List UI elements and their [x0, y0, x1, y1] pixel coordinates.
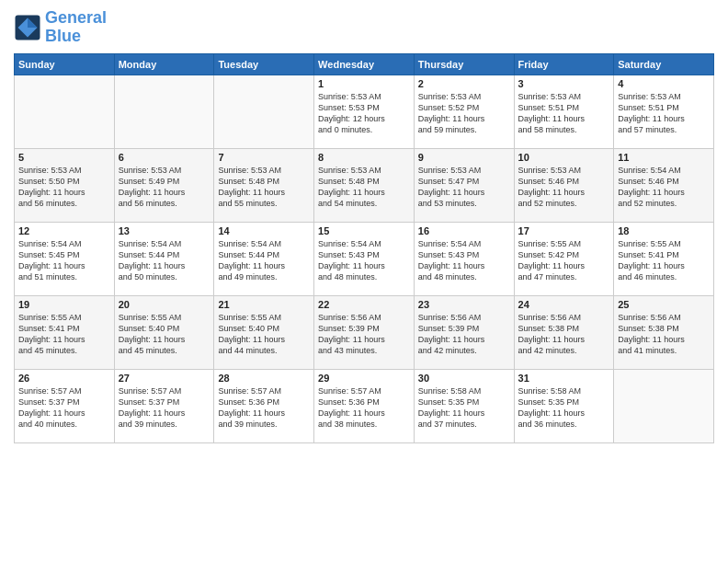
calendar-table: SundayMondayTuesdayWednesdayThursdayFrid…	[14, 53, 714, 443]
day-number: 4	[618, 78, 710, 89]
cell-content: Sunrise: 5:57 AM Sunset: 5:36 PM Dayligh…	[318, 385, 410, 431]
calendar-cell: 9Sunrise: 5:53 AM Sunset: 5:47 PM Daylig…	[414, 148, 514, 222]
calendar-cell: 26Sunrise: 5:57 AM Sunset: 5:37 PM Dayli…	[15, 369, 115, 442]
calendar-cell: 6Sunrise: 5:53 AM Sunset: 5:49 PM Daylig…	[114, 148, 214, 222]
cell-content: Sunrise: 5:53 AM Sunset: 5:51 PM Dayligh…	[618, 91, 710, 136]
cell-content: Sunrise: 5:56 AM Sunset: 5:38 PM Dayligh…	[518, 312, 610, 357]
day-number: 20	[119, 299, 210, 310]
cell-content: Sunrise: 5:53 AM Sunset: 5:48 PM Dayligh…	[218, 165, 310, 210]
week-row-3: 19Sunrise: 5:55 AM Sunset: 5:41 PM Dayli…	[15, 295, 714, 369]
weekday-header-wednesday: Wednesday	[314, 53, 415, 75]
calendar-cell: 17Sunrise: 5:55 AM Sunset: 5:42 PM Dayli…	[514, 222, 614, 295]
calendar-cell: 12Sunrise: 5:54 AM Sunset: 5:45 PM Dayli…	[15, 222, 115, 295]
day-number: 7	[218, 152, 310, 163]
header: General Blue	[14, 9, 714, 46]
calendar-cell: 18Sunrise: 5:55 AM Sunset: 5:41 PM Dayli…	[614, 222, 714, 295]
day-number: 23	[418, 299, 510, 310]
calendar-cell: 21Sunrise: 5:55 AM Sunset: 5:40 PM Dayli…	[214, 295, 314, 369]
week-row-0: 1Sunrise: 5:53 AM Sunset: 5:53 PM Daylig…	[15, 75, 714, 148]
calendar-cell: 20Sunrise: 5:55 AM Sunset: 5:40 PM Dayli…	[114, 295, 214, 369]
day-number: 11	[618, 152, 710, 163]
weekday-header-tuesday: Tuesday	[214, 53, 314, 75]
calendar-cell: 13Sunrise: 5:54 AM Sunset: 5:44 PM Dayli…	[114, 222, 214, 295]
day-number: 24	[518, 299, 610, 310]
calendar-cell: 29Sunrise: 5:57 AM Sunset: 5:36 PM Dayli…	[314, 369, 415, 442]
cell-content: Sunrise: 5:53 AM Sunset: 5:49 PM Dayligh…	[119, 165, 210, 210]
weekday-header-monday: Monday	[114, 53, 214, 75]
cell-content: Sunrise: 5:58 AM Sunset: 5:35 PM Dayligh…	[518, 385, 610, 431]
day-number: 10	[518, 152, 610, 163]
cell-content: Sunrise: 5:57 AM Sunset: 5:36 PM Dayligh…	[218, 385, 310, 431]
calendar-cell: 3Sunrise: 5:53 AM Sunset: 5:51 PM Daylig…	[514, 75, 614, 148]
day-number: 15	[318, 225, 410, 236]
day-number: 17	[518, 225, 610, 236]
weekday-header-saturday: Saturday	[614, 53, 714, 75]
weekday-header-row: SundayMondayTuesdayWednesdayThursdayFrid…	[15, 53, 714, 75]
calendar-cell: 25Sunrise: 5:56 AM Sunset: 5:38 PM Dayli…	[614, 295, 714, 369]
cell-content: Sunrise: 5:57 AM Sunset: 5:37 PM Dayligh…	[119, 385, 210, 431]
cell-content: Sunrise: 5:53 AM Sunset: 5:52 PM Dayligh…	[418, 91, 510, 136]
calendar-cell: 24Sunrise: 5:56 AM Sunset: 5:38 PM Dayli…	[514, 295, 614, 369]
day-number: 8	[318, 152, 410, 163]
day-number: 30	[418, 373, 510, 384]
calendar-cell: 19Sunrise: 5:55 AM Sunset: 5:41 PM Dayli…	[15, 295, 115, 369]
weekday-header-friday: Friday	[514, 53, 614, 75]
calendar-cell: 30Sunrise: 5:58 AM Sunset: 5:35 PM Dayli…	[414, 369, 514, 442]
calendar-cell	[114, 75, 214, 148]
calendar-cell: 10Sunrise: 5:53 AM Sunset: 5:46 PM Dayli…	[514, 148, 614, 222]
cell-content: Sunrise: 5:54 AM Sunset: 5:43 PM Dayligh…	[318, 238, 410, 283]
cell-content: Sunrise: 5:53 AM Sunset: 5:46 PM Dayligh…	[518, 165, 610, 210]
day-number: 26	[18, 373, 110, 384]
calendar-cell: 2Sunrise: 5:53 AM Sunset: 5:52 PM Daylig…	[414, 75, 514, 148]
calendar-cell: 4Sunrise: 5:53 AM Sunset: 5:51 PM Daylig…	[614, 75, 714, 148]
week-row-4: 26Sunrise: 5:57 AM Sunset: 5:37 PM Dayli…	[15, 369, 714, 442]
calendar-cell: 7Sunrise: 5:53 AM Sunset: 5:48 PM Daylig…	[214, 148, 314, 222]
cell-content: Sunrise: 5:57 AM Sunset: 5:37 PM Dayligh…	[18, 385, 110, 431]
cell-content: Sunrise: 5:56 AM Sunset: 5:39 PM Dayligh…	[418, 312, 510, 357]
cell-content: Sunrise: 5:55 AM Sunset: 5:40 PM Dayligh…	[218, 312, 310, 357]
logo-icon	[14, 14, 41, 41]
day-number: 12	[18, 225, 110, 236]
day-number: 1	[318, 78, 410, 89]
calendar-cell: 28Sunrise: 5:57 AM Sunset: 5:36 PM Dayli…	[214, 369, 314, 442]
day-number: 6	[119, 152, 210, 163]
logo-text: General Blue	[45, 9, 107, 46]
cell-content: Sunrise: 5:55 AM Sunset: 5:40 PM Dayligh…	[119, 312, 210, 357]
calendar-cell	[614, 369, 714, 442]
cell-content: Sunrise: 5:55 AM Sunset: 5:42 PM Dayligh…	[518, 238, 610, 283]
calendar-cell: 8Sunrise: 5:53 AM Sunset: 5:48 PM Daylig…	[314, 148, 415, 222]
day-number: 19	[18, 299, 110, 310]
calendar-cell: 31Sunrise: 5:58 AM Sunset: 5:35 PM Dayli…	[514, 369, 614, 442]
day-number: 16	[418, 225, 510, 236]
calendar-cell: 23Sunrise: 5:56 AM Sunset: 5:39 PM Dayli…	[414, 295, 514, 369]
cell-content: Sunrise: 5:54 AM Sunset: 5:45 PM Dayligh…	[18, 238, 110, 283]
cell-content: Sunrise: 5:54 AM Sunset: 5:43 PM Dayligh…	[418, 238, 510, 283]
cell-content: Sunrise: 5:53 AM Sunset: 5:48 PM Dayligh…	[318, 165, 410, 210]
day-number: 28	[218, 373, 310, 384]
cell-content: Sunrise: 5:54 AM Sunset: 5:44 PM Dayligh…	[218, 238, 310, 283]
cell-content: Sunrise: 5:55 AM Sunset: 5:41 PM Dayligh…	[18, 312, 110, 357]
day-number: 5	[18, 152, 110, 163]
day-number: 21	[218, 299, 310, 310]
calendar-cell: 22Sunrise: 5:56 AM Sunset: 5:39 PM Dayli…	[314, 295, 415, 369]
calendar-cell: 14Sunrise: 5:54 AM Sunset: 5:44 PM Dayli…	[214, 222, 314, 295]
logo-blue: Blue	[45, 27, 81, 45]
calendar-cell	[214, 75, 314, 148]
day-number: 18	[618, 225, 710, 236]
cell-content: Sunrise: 5:53 AM Sunset: 5:50 PM Dayligh…	[18, 165, 110, 210]
cell-content: Sunrise: 5:53 AM Sunset: 5:53 PM Dayligh…	[318, 91, 410, 136]
calendar-cell	[15, 75, 115, 148]
calendar-cell: 15Sunrise: 5:54 AM Sunset: 5:43 PM Dayli…	[314, 222, 415, 295]
day-number: 13	[119, 225, 210, 236]
calendar-cell: 5Sunrise: 5:53 AM Sunset: 5:50 PM Daylig…	[15, 148, 115, 222]
day-number: 25	[618, 299, 710, 310]
calendar-cell: 1Sunrise: 5:53 AM Sunset: 5:53 PM Daylig…	[314, 75, 415, 148]
day-number: 22	[318, 299, 410, 310]
week-row-1: 5Sunrise: 5:53 AM Sunset: 5:50 PM Daylig…	[15, 148, 714, 222]
logo-general: General	[45, 8, 107, 27]
cell-content: Sunrise: 5:54 AM Sunset: 5:44 PM Dayligh…	[119, 238, 210, 283]
cell-content: Sunrise: 5:54 AM Sunset: 5:46 PM Dayligh…	[618, 165, 710, 210]
day-number: 29	[318, 373, 410, 384]
calendar-cell: 27Sunrise: 5:57 AM Sunset: 5:37 PM Dayli…	[114, 369, 214, 442]
calendar-cell: 16Sunrise: 5:54 AM Sunset: 5:43 PM Dayli…	[414, 222, 514, 295]
